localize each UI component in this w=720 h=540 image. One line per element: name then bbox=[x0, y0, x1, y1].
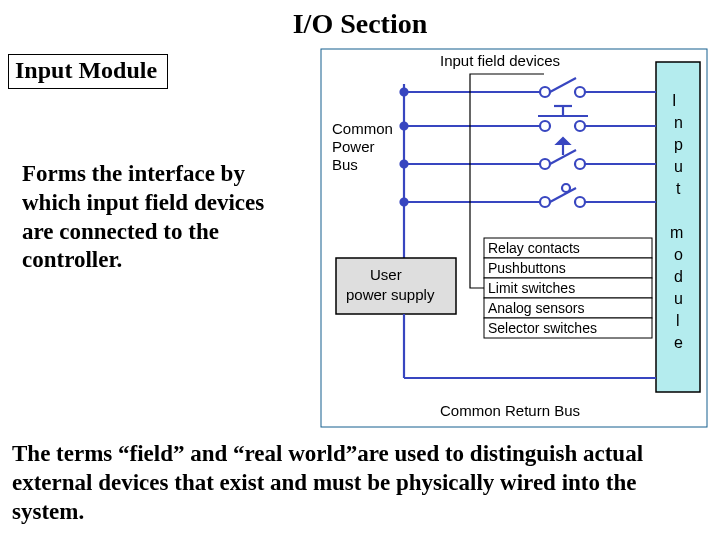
module-letter: t bbox=[676, 180, 681, 197]
svg-text:I: I bbox=[672, 92, 676, 109]
svg-text:o: o bbox=[674, 246, 683, 263]
description-paragraph-2: The terms “field” and “real world”are us… bbox=[12, 440, 712, 526]
subtitle-input-module: Input Module bbox=[8, 54, 168, 89]
module-letter: n bbox=[674, 114, 683, 131]
module-letter: l bbox=[676, 312, 680, 329]
module-letter: o bbox=[674, 246, 683, 263]
label-bus: Bus bbox=[332, 156, 358, 173]
device-pushbuttons: Pushbuttons bbox=[488, 260, 566, 276]
device-limit-switches: Limit switches bbox=[488, 280, 575, 296]
label-user: User bbox=[370, 266, 402, 283]
label-power: Power bbox=[332, 138, 375, 155]
module-letter: u bbox=[674, 290, 683, 307]
svg-text:p: p bbox=[674, 136, 683, 153]
svg-text:t: t bbox=[676, 180, 681, 197]
svg-point-21 bbox=[401, 123, 408, 130]
svg-point-33 bbox=[575, 159, 585, 169]
svg-text:e: e bbox=[674, 334, 683, 351]
svg-point-37 bbox=[540, 197, 550, 207]
module-letter: u bbox=[674, 158, 683, 175]
svg-text:l: l bbox=[676, 312, 680, 329]
svg-line-17 bbox=[550, 78, 576, 92]
device-relay-contacts: Relay contacts bbox=[488, 240, 580, 256]
svg-point-16 bbox=[540, 87, 550, 97]
label-common-return-bus: Common Return Bus bbox=[440, 402, 580, 419]
description-paragraph-1: Forms the interface by which input field… bbox=[22, 160, 282, 275]
svg-point-40 bbox=[575, 197, 585, 207]
svg-point-26 bbox=[575, 121, 585, 131]
svg-text:u: u bbox=[674, 290, 683, 307]
svg-text:u: u bbox=[674, 158, 683, 175]
module-letter: p bbox=[674, 136, 683, 153]
module-letter: e bbox=[674, 334, 683, 351]
svg-point-15 bbox=[401, 89, 408, 96]
svg-point-30 bbox=[540, 159, 550, 169]
label-power-supply: power supply bbox=[346, 286, 435, 303]
svg-point-36 bbox=[401, 199, 408, 206]
svg-text:m: m bbox=[670, 224, 683, 241]
svg-point-22 bbox=[540, 121, 550, 131]
svg-point-39 bbox=[562, 184, 570, 192]
module-letter: d bbox=[674, 268, 683, 285]
device-selector-switches: Selector switches bbox=[488, 320, 597, 336]
io-diagram: I n p u t m o d u l e Input field device… bbox=[320, 48, 708, 428]
label-common: Common bbox=[332, 120, 393, 137]
device-analog-sensors: Analog sensors bbox=[488, 300, 585, 316]
module-letter: m bbox=[670, 224, 683, 241]
label-input-field-devices: Input field devices bbox=[440, 52, 560, 69]
svg-text:d: d bbox=[674, 268, 683, 285]
page-title: I/O Section bbox=[0, 8, 720, 40]
svg-point-18 bbox=[575, 87, 585, 97]
module-letter: I bbox=[672, 92, 676, 109]
svg-text:n: n bbox=[674, 114, 683, 131]
svg-point-29 bbox=[401, 161, 408, 168]
